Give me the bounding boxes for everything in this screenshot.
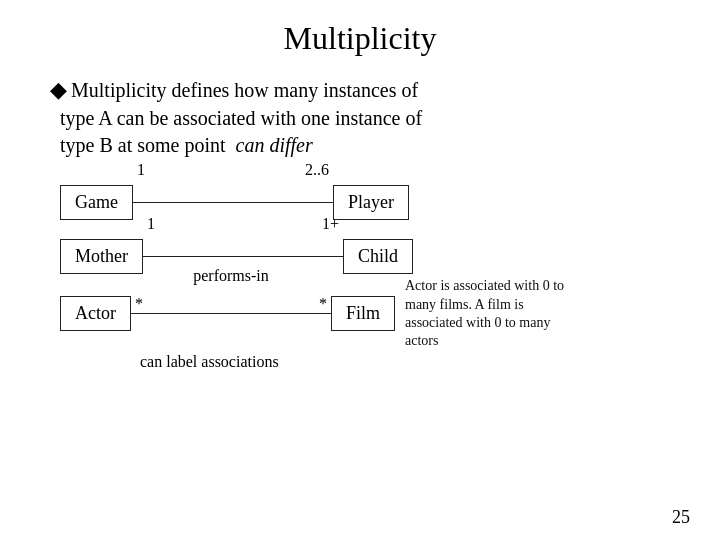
label-game-left: 1 [137,161,145,179]
diagram-row-mother: Mother 1 1+ Child [60,235,680,279]
label-mother-left: 1 [147,215,155,233]
box-game: Game [60,185,133,220]
box-film: Film [331,296,395,331]
bullet-paragraph: ◆Multiplicity defines how many instances… [40,75,680,159]
line-actor-film: performs-in * * [131,289,331,339]
bullet-text-line2: type A can be associated with one instan… [60,107,422,129]
box-player: Player [333,185,409,220]
bullet-diamond: ◆ [50,77,67,102]
line-game-player: 1 2..6 [133,181,333,225]
can-label-text: can label associations [60,353,680,371]
bullet-text-line3: type B at some point [60,134,226,156]
diagrams-section: Game 1 2..6 Player Mother 1 1+ Child Act… [40,181,680,371]
star-left-label: * [135,295,143,313]
performs-in-label: performs-in [193,267,269,285]
slide-title: Multiplicity [40,20,680,57]
star-right-label: * [319,295,327,313]
box-actor: Actor [60,296,131,331]
actor-film-annotation: Actor is associated with 0 to many films… [405,277,575,350]
label-game-right: 2..6 [305,161,329,179]
label-mother-right: 1+ [322,215,339,233]
box-child: Child [343,239,413,274]
page-number: 25 [672,507,690,528]
bullet-italic: can differ [236,134,313,156]
bullet-text-line1: Multiplicity defines how many instances … [71,79,418,101]
diagram-row-actor: Actor performs-in * * Film Actor is asso… [60,289,680,339]
box-mother: Mother [60,239,143,274]
